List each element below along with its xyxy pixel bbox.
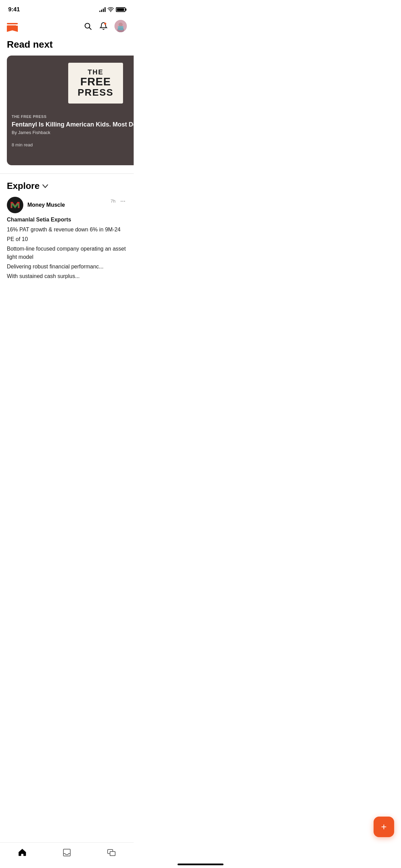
explore-title: Explore — [7, 181, 39, 191]
logo-free: FREE — [75, 76, 116, 87]
card-footer: 8 min read ··· — [12, 138, 134, 151]
post-line-5: With sustained cash surplus... — [7, 272, 127, 280]
read-next-cards: THE FREE PRESS THE FREE PRESS Fentanyl I… — [0, 56, 134, 165]
post-header-right: 7h ··· — [111, 197, 127, 205]
card-title: Fentanyl Is Killing American Kids. Most … — [12, 121, 134, 129]
card-publisher: THE FREE PRESS — [12, 114, 134, 119]
post-line-1: 16% PAT growth & revenue down 6% in 9M-2… — [7, 226, 127, 234]
explore-chevron-icon[interactable] — [42, 183, 48, 190]
status-icons — [99, 7, 125, 12]
post-content: 16% PAT growth & revenue down 6% in 9M-2… — [7, 226, 127, 280]
publisher-name: Money Muscle — [27, 202, 65, 208]
svg-line-1 — [89, 28, 92, 30]
battery-icon — [116, 7, 125, 12]
signal-icon — [99, 7, 106, 12]
card-author: By James Fishback — [12, 130, 134, 135]
wifi-icon — [108, 7, 114, 12]
read-next-title: Read next — [0, 36, 134, 56]
post-line-3: Bottom-line focused company operating an… — [7, 245, 127, 261]
card-free-press[interactable]: THE FREE PRESS THE FREE PRESS Fentanyl I… — [7, 56, 134, 165]
post-line-2: PE of 10 — [7, 235, 127, 243]
post-meta: Money Muscle — [27, 202, 65, 208]
status-time: 9:41 — [8, 6, 20, 13]
post-line-4: Delivering robust financial performanc..… — [7, 263, 127, 271]
post-subtitle: Chamanlal Setia Exports — [7, 217, 127, 223]
read-time: 8 min read — [12, 142, 33, 147]
svg-rect-6 — [118, 26, 123, 30]
post-header: Money Muscle 7h ··· — [7, 197, 127, 213]
card-image-area: THE FREE PRESS — [7, 56, 134, 110]
free-press-logo: THE FREE PRESS — [68, 63, 123, 104]
post-time: 7h — [111, 198, 116, 204]
logo-the: THE — [75, 68, 116, 76]
search-button[interactable] — [83, 21, 93, 31]
svg-point-7 — [9, 198, 22, 212]
header-actions — [83, 20, 127, 32]
notifications-button[interactable] — [99, 21, 108, 31]
post-more-button[interactable]: ··· — [119, 197, 127, 205]
card-body: THE FREE PRESS Fentanyl Is Killing Ameri… — [7, 110, 134, 155]
publisher-logo — [7, 197, 23, 213]
status-bar: 9:41 — [0, 0, 134, 17]
logo-press: PRESS — [75, 87, 116, 98]
profile-avatar[interactable] — [114, 20, 127, 32]
explore-header: Explore — [0, 174, 134, 197]
svg-point-2 — [104, 23, 106, 25]
header — [0, 17, 134, 36]
app-logo[interactable] — [7, 23, 18, 29]
post-item[interactable]: Money Muscle 7h ··· Chamanlal Setia Expo… — [0, 197, 134, 287]
post-header-left: Money Muscle — [7, 197, 65, 213]
